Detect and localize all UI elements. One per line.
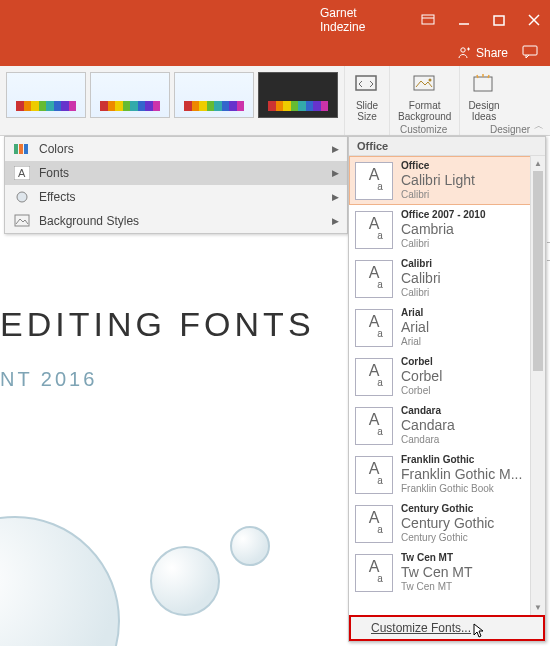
svg-rect-16 [24,144,28,154]
slide-title[interactable]: EDITING FONTS [0,305,350,344]
menu-label: Background Styles [39,214,139,228]
font-body-name: Calibri [401,287,441,299]
font-theme-item[interactable]: Aa Arial Arial Arial [349,303,545,352]
share-bar: Share [0,40,550,66]
font-heading-name: Calibri Light [401,172,475,189]
group-label-customize: Customize [400,124,447,135]
font-body-name: Tw Cen MT [401,581,473,593]
font-theme-info: Office 2007 - 2010 Cambria Calibri [401,209,486,250]
scroll-thumb[interactable] [533,171,543,371]
svg-rect-11 [414,76,434,90]
font-body-name: Corbel [401,385,442,397]
font-swatch-icon: Aa [355,456,393,494]
font-theme-item[interactable]: Aa Candara Candara Candara [349,401,545,450]
scrollbar[interactable]: ▲ ▼ [530,156,545,615]
slide-subtitle[interactable]: NT 2016 [0,368,350,391]
font-theme-item[interactable]: Aa Calibri Calibri Calibri [349,254,545,303]
font-theme-info: Candara Candara Candara [401,405,455,446]
variant-3[interactable] [174,72,254,118]
font-theme-info: Tw Cen MT Tw Cen MT Tw Cen MT [401,552,473,593]
slide-size-icon [353,70,381,98]
variant-4[interactable] [258,72,338,118]
font-body-name: Franklin Gothic Book [401,483,522,495]
group-label-designer: Designer [490,124,530,135]
slide-canvas[interactable]: EDITING FONTS NT 2016 [0,205,350,646]
comments-icon[interactable] [522,45,538,62]
font-swatch-icon: Aa [355,554,393,592]
design-ideas-icon [470,70,498,98]
menu-item-colors[interactable]: Colors ▶ [5,137,347,161]
menu-label: Effects [39,190,75,204]
theme-variants-gallery[interactable] [0,66,344,135]
font-theme-item[interactable]: Aa Century Gothic Century Gothic Century… [349,499,545,548]
bubble-graphic [150,546,220,616]
font-theme-name: Corbel [401,356,442,368]
svg-point-12 [428,79,431,82]
font-swatch-icon: Aa [355,211,393,249]
close-icon[interactable] [527,13,540,27]
slide-size-button[interactable]: SlideSize [344,66,389,135]
submenu-arrow-icon: ▶ [332,192,339,202]
menu-item-background-styles[interactable]: Background Styles ▶ [5,209,347,233]
svg-point-19 [17,192,27,202]
font-theme-name: Office 2007 - 2010 [401,209,486,221]
menu-label: Fonts [39,166,69,180]
maximize-icon[interactable] [492,13,505,27]
font-theme-item[interactable]: Aa Tw Cen MT Tw Cen MT Tw Cen MT [349,548,545,597]
font-theme-info: Arial Arial Arial [401,307,429,348]
fonts-flyout-menu: Office Aa Office Calibri Light Calibri A… [348,136,546,642]
font-theme-item[interactable]: Aa Corbel Corbel Corbel [349,352,545,401]
fonts-icon: A [13,164,31,182]
font-heading-name: Century Gothic [401,515,494,532]
font-theme-item[interactable]: Aa Office 2007 - 2010 Cambria Calibri [349,205,545,254]
svg-rect-15 [19,144,23,154]
svg-rect-9 [523,46,537,55]
font-theme-name: Office [401,160,475,172]
font-heading-name: Tw Cen MT [401,564,473,581]
scroll-down-icon[interactable]: ▼ [531,600,545,615]
font-swatch-icon: Aa [355,162,393,200]
variants-dropdown-menu: Colors ▶ A Fonts ▶ Effects ▶ Background … [4,136,348,234]
share-button[interactable]: Share [456,46,508,60]
account-name[interactable]: Garnet Indezine [320,6,399,34]
menu-item-effects[interactable]: Effects ▶ [5,185,347,209]
ribbon-design-tab: SlideSize FormatBackground DesignIdeas C… [0,66,550,136]
font-heading-name: Arial [401,319,429,336]
format-background-icon [411,70,439,98]
font-swatch-icon: Aa [355,358,393,396]
font-heading-name: Franklin Gothic M... [401,466,522,483]
minimize-icon[interactable] [457,13,470,27]
font-heading-name: Candara [401,417,455,434]
ribbon-display-options-icon[interactable] [421,13,435,27]
font-body-name: Century Gothic [401,532,494,544]
customize-fonts-button[interactable]: Customize Fonts... [349,615,545,641]
font-body-name: Arial [401,336,429,348]
effects-icon [13,188,31,206]
fonts-section-header: Office [349,137,545,156]
customize-fonts-label: Customize Fonts... [371,621,471,635]
font-theme-list: Aa Office Calibri Light Calibri Aa Offic… [349,156,545,615]
font-swatch-icon: Aa [355,407,393,445]
font-theme-item[interactable]: Aa Office Calibri Light Calibri [349,156,545,205]
font-theme-info: Corbel Corbel Corbel [401,356,442,397]
bubble-graphic [230,526,270,566]
variant-1[interactable] [6,72,86,118]
submenu-arrow-icon: ▶ [332,216,339,226]
font-theme-name: Franklin Gothic [401,454,522,466]
design-ideas-label: DesignIdeas [468,100,499,122]
collapse-ribbon-icon[interactable]: ︿ [534,119,544,133]
scroll-up-icon[interactable]: ▲ [531,156,545,171]
font-theme-item[interactable]: Aa Franklin Gothic Franklin Gothic M... … [349,450,545,499]
font-swatch-icon: Aa [355,260,393,298]
background-styles-icon [13,212,31,230]
submenu-arrow-icon: ▶ [332,144,339,154]
font-theme-name: Century Gothic [401,503,494,515]
font-body-name: Calibri [401,238,486,250]
font-theme-name: Candara [401,405,455,417]
menu-label: Colors [39,142,74,156]
variant-2[interactable] [90,72,170,118]
font-theme-name: Calibri [401,258,441,270]
menu-item-fonts[interactable]: A Fonts ▶ [5,161,347,185]
font-swatch-icon: Aa [355,505,393,543]
font-theme-info: Calibri Calibri Calibri [401,258,441,299]
